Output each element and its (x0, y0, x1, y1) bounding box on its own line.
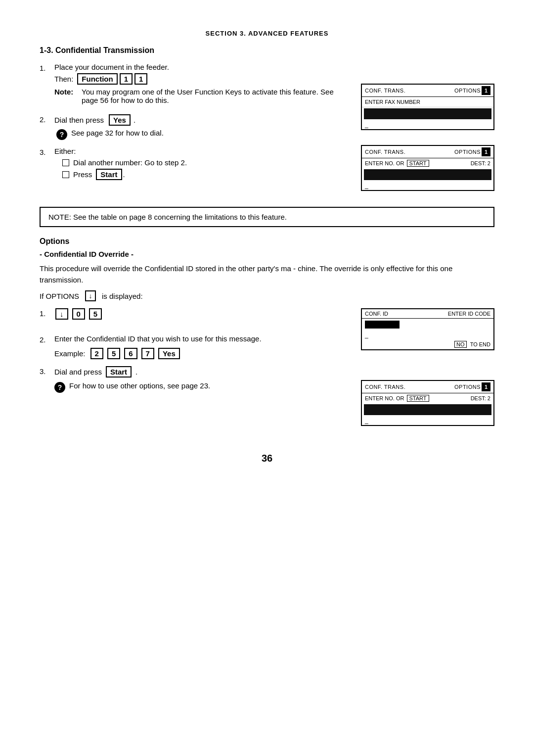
section-header: SECTION 3. ADVANCED FEATURES (40, 30, 494, 37)
example-key-6: 6 (124, 348, 137, 359)
down-arrow-box: ↓ (85, 290, 96, 301)
step-a3-text: Dial and press (54, 368, 102, 376)
lcd3-enter-text: ENTER NO. OR (365, 395, 404, 401)
checkbox-2 (62, 171, 69, 178)
lcd3-dest: DEST: 2 (471, 395, 490, 401)
lcd1-dark-row (364, 108, 491, 119)
step-2-text: Dial then press (54, 116, 104, 124)
note-label: Note: (54, 88, 82, 104)
options-title: Options (40, 237, 494, 246)
step-3-opt1: Dial another number: Go to step 2. (62, 158, 351, 167)
step-a1: 1. ↓ 0 5 (40, 308, 351, 320)
lcd-screen-3: CONF. TRANS. OPTIONS 1 ENTER NO. OR STAR… (361, 380, 494, 426)
info-icon-a3: ? (54, 382, 65, 393)
step-a3-info: For how to use other options, see page 2… (69, 381, 210, 390)
conf-id-label: CONF. ID (365, 311, 388, 317)
function-key: Function (77, 73, 117, 85)
lcd2-dark-row (364, 169, 491, 180)
lcd1-options-text: OPTIONS (454, 88, 481, 94)
subsection-title: 1-3. Confidential Transmission (40, 46, 494, 55)
note-box: NOTE: See the table on page 8 concerning… (40, 207, 494, 227)
step-2: 2. Dial then press Yes . ? See page 32 f… (40, 114, 351, 140)
example-key-7: 7 (141, 348, 154, 359)
conf-id-screen: CONF. ID ENTER ID CODE _ NO TO END (361, 308, 494, 350)
step-a3-number: 3. (40, 366, 54, 376)
lcd3-start-box: START (407, 395, 429, 402)
options-section: Options - Confidential ID Override - Thi… (40, 237, 494, 301)
step-1-number: 1. (40, 63, 54, 72)
options-body: This procedure will override the Confide… (40, 263, 494, 285)
key-1-first: 1 (120, 73, 133, 85)
lcd2-enter-row: ENTER NO. OR START DEST: 2 (362, 158, 493, 168)
lcd3-dark-row (364, 404, 491, 415)
step-a2-number: 2. (40, 334, 54, 344)
then-label: Then: (54, 75, 73, 83)
lcd3-cursor: _ (362, 416, 493, 425)
step-a2-text: Enter the Confidential ID that you wish … (54, 334, 351, 343)
yes-key: Yes (109, 114, 131, 126)
conf-id-mid (362, 319, 493, 331)
page-number: 36 (40, 453, 494, 464)
lcd1-options-box: 1 (482, 86, 490, 95)
lcd-screen-2: CONF. TRANS. OPTIONS 1 ENTER NO. OR STAR… (361, 145, 494, 191)
step-a2: 2. Enter the Confidential ID that you wi… (40, 334, 351, 359)
lcd2-dest: DEST: 2 (471, 160, 490, 166)
lcd2-label: CONF. TRANS. (365, 149, 405, 155)
lcd1-cursor: _ (362, 120, 493, 129)
period: . (134, 116, 135, 124)
example-label: Example: (54, 349, 86, 358)
conf-id-top: CONF. ID ENTER ID CODE (362, 309, 493, 319)
enter-id-label: ENTER ID CODE (448, 311, 490, 317)
lcd1-mid-text: ENTER FAX NUMBER (365, 99, 420, 105)
key-1-second: 1 (134, 73, 147, 85)
lcd3-options-box: 1 (482, 382, 490, 391)
to-end-label: TO END (470, 341, 490, 347)
step-a3: 3. Dial and press Start . ? For how to u… (40, 366, 351, 393)
note-text: You may program one of the User Function… (82, 88, 351, 104)
lcd2-options-box: 1 (482, 147, 490, 156)
lcd3-enter-row: ENTER NO. OR START DEST: 2 (362, 393, 493, 403)
conf-id-cursor: _ (362, 331, 493, 339)
if-options-line: If OPTIONS ↓ is displayed: (40, 290, 494, 301)
lcd2-start-box: START (407, 160, 429, 167)
options-subtitle: - Confidential ID Override - (40, 250, 494, 258)
info-icon-step2: ? (56, 129, 67, 140)
lcd1-label: CONF. TRANS. (365, 88, 405, 94)
key-0: 0 (72, 308, 85, 320)
step-3: 3. Either: Dial another number: Go to st… (40, 147, 351, 182)
lcd3-options-text: OPTIONS (454, 384, 481, 390)
step-2-info: See page 32 for how to dial. (71, 129, 164, 137)
example-key-5: 5 (107, 348, 120, 359)
lcd-screen-1: CONF. TRANS. OPTIONS 1 ENTER FAX NUMBER … (361, 84, 494, 130)
lcd2-enter-text: ENTER NO. OR (365, 160, 404, 166)
down-arrow-key: ↓ (55, 308, 68, 320)
lcd3-label: CONF. TRANS. (365, 384, 405, 390)
step-a1-number: 1. (40, 308, 54, 318)
no-box: NO (454, 341, 467, 348)
example-yes-key: Yes (158, 348, 180, 359)
step-1: 1. Place your document in the feeder. Th… (40, 63, 351, 107)
step-1-text: Place your document in the feeder. (54, 63, 351, 71)
step-3-number: 3. (40, 147, 54, 156)
lcd2-cursor: _ (362, 181, 493, 190)
step-3-text: Either: (54, 147, 351, 155)
step-3-opt2: Press Start . (62, 169, 351, 180)
no-to-end: NO TO END (362, 339, 493, 349)
example-key-2: 2 (90, 348, 103, 359)
conf-id-black-box (365, 321, 400, 329)
lcd2-options-text: OPTIONS (454, 149, 481, 155)
start-key-step3: Start (96, 169, 122, 180)
checkbox-1 (62, 159, 69, 166)
step-2-number: 2. (40, 114, 54, 124)
key-5: 5 (89, 308, 102, 320)
start-key-a3: Start (106, 366, 132, 378)
